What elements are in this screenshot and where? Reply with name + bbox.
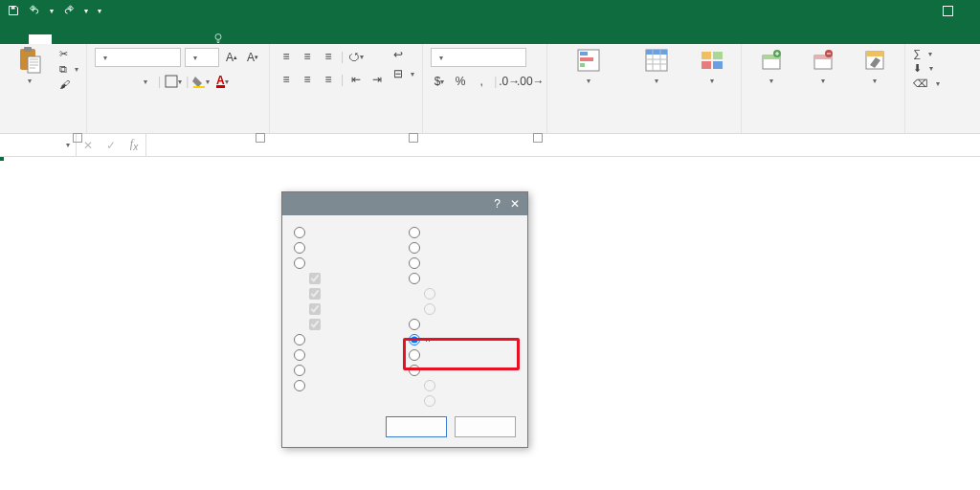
cell-styles-icon bbox=[700, 48, 724, 73]
autosum-button[interactable]: ∑▾ bbox=[913, 48, 932, 59]
borders-button[interactable]: ▾ bbox=[165, 73, 182, 90]
increase-decimal-button[interactable]: .0→ bbox=[501, 73, 518, 90]
fill-button[interactable]: ⬇▾ bbox=[913, 62, 933, 75]
redo-icon[interactable] bbox=[63, 5, 75, 16]
opt-dv-same bbox=[424, 395, 516, 407]
fill-down-icon: ⬇ bbox=[913, 62, 922, 75]
opt-all-levels bbox=[424, 303, 516, 315]
font-dialog-launcher[interactable] bbox=[256, 133, 265, 143]
align-middle-icon[interactable]: ≡ bbox=[299, 48, 316, 65]
tab-home[interactable] bbox=[29, 34, 52, 44]
delete-cells-button[interactable]: ▾ bbox=[801, 48, 845, 85]
font-color-button[interactable]: A▾ bbox=[213, 73, 231, 90]
svg-rect-10 bbox=[580, 63, 585, 67]
opt-objects[interactable] bbox=[294, 380, 401, 391]
underline-button[interactable]: ▾ bbox=[137, 73, 154, 90]
tell-me[interactable] bbox=[203, 33, 230, 44]
name-box[interactable]: ▾ bbox=[0, 134, 77, 156]
save-icon[interactable] bbox=[8, 5, 19, 16]
qat-customize-icon[interactable]: ▾ bbox=[98, 7, 101, 15]
increase-font-icon[interactable]: A▴ bbox=[223, 49, 240, 66]
number-dialog-launcher[interactable] bbox=[533, 133, 543, 143]
formula-input[interactable] bbox=[146, 134, 980, 156]
accounting-format-button[interactable]: $▾ bbox=[431, 73, 448, 90]
clipboard-dialog-launcher[interactable] bbox=[73, 133, 82, 143]
opt-visible-cells-only[interactable] bbox=[409, 334, 516, 345]
title-bar: ▾ ▾ ▾ bbox=[0, 0, 980, 21]
opt-blanks[interactable] bbox=[294, 334, 401, 345]
tab-formulas[interactable] bbox=[103, 34, 126, 44]
font-name-combo[interactable]: ▾ bbox=[95, 48, 181, 67]
tab-page-layout[interactable] bbox=[78, 34, 101, 44]
ribbon-display-options-icon[interactable] bbox=[943, 6, 953, 16]
svg-rect-8 bbox=[580, 52, 588, 56]
opt-constants[interactable] bbox=[294, 242, 401, 254]
enter-formula-icon[interactable]: ✓ bbox=[100, 139, 122, 152]
insert-cells-button[interactable]: ▾ bbox=[749, 48, 793, 85]
paste-icon bbox=[17, 48, 42, 73]
opt-dependents[interactable] bbox=[409, 273, 516, 284]
svg-rect-16 bbox=[713, 61, 723, 69]
close-icon[interactable]: ✕ bbox=[510, 197, 520, 211]
fill-color-button[interactable]: ▾ bbox=[192, 73, 210, 90]
paste-button[interactable]: ▾ bbox=[8, 48, 52, 85]
ok-button[interactable] bbox=[386, 416, 447, 437]
format-cells-button[interactable]: ▾ bbox=[853, 48, 897, 85]
tab-insert[interactable] bbox=[54, 34, 77, 44]
font-size-combo[interactable]: ▾ bbox=[185, 48, 219, 67]
format-painter-button[interactable]: 🖌 bbox=[59, 78, 78, 90]
copy-button[interactable]: ⧉▾ bbox=[59, 63, 78, 76]
svg-rect-6 bbox=[193, 86, 205, 88]
opt-data-validation[interactable] bbox=[409, 365, 516, 376]
tab-file[interactable] bbox=[4, 34, 27, 44]
format-as-table-button[interactable]: ▾ bbox=[630, 48, 683, 85]
decrease-indent-icon[interactable]: ⇤ bbox=[347, 71, 365, 88]
help-icon[interactable]: ? bbox=[494, 197, 501, 211]
align-center-icon[interactable]: ≡ bbox=[299, 71, 316, 88]
opt-formulas[interactable] bbox=[294, 257, 401, 269]
brush-icon: 🖌 bbox=[59, 78, 70, 90]
align-bottom-icon[interactable]: ≡ bbox=[320, 48, 337, 65]
clear-button[interactable]: ⌫▾ bbox=[913, 78, 940, 90]
opt-last-cell[interactable] bbox=[409, 319, 516, 330]
tab-data[interactable] bbox=[128, 34, 151, 44]
italic-button[interactable] bbox=[116, 73, 133, 90]
orientation-icon[interactable]: ⭯▾ bbox=[347, 48, 365, 65]
bold-button[interactable] bbox=[95, 73, 112, 90]
wrap-text-button[interactable]: ↩ bbox=[393, 48, 414, 61]
dialog-titlebar[interactable]: ? ✕ bbox=[282, 192, 527, 215]
opt-precedents[interactable] bbox=[409, 257, 516, 269]
align-left-icon[interactable]: ≡ bbox=[278, 71, 295, 88]
decrease-decimal-button[interactable]: .00→ bbox=[522, 73, 539, 90]
align-top-icon[interactable]: ≡ bbox=[278, 48, 295, 65]
tab-view[interactable] bbox=[178, 34, 201, 44]
ribbon: ▾ ✂ ⧉▾ 🖌 ▾ ▾ A▴ A▾ ▾ | ▾ | bbox=[0, 44, 980, 134]
cell-styles-button[interactable]: ▾ bbox=[691, 48, 733, 85]
merge-center-button[interactable]: ⊟▾ bbox=[393, 67, 414, 80]
percent-format-button[interactable]: % bbox=[452, 73, 469, 90]
cancel-button[interactable] bbox=[455, 416, 516, 437]
opt-current-region[interactable] bbox=[294, 349, 401, 361]
opt-row-differences[interactable] bbox=[409, 227, 516, 238]
comma-format-button[interactable]: , bbox=[473, 73, 490, 90]
svg-point-1 bbox=[215, 34, 221, 40]
align-right-icon[interactable]: ≡ bbox=[320, 71, 337, 88]
svg-rect-13 bbox=[702, 52, 711, 59]
opt-comments[interactable] bbox=[294, 227, 401, 238]
group-font: ▾ ▾ A▴ A▾ ▾ | ▾ | ▾ A▾ bbox=[87, 44, 270, 133]
decrease-font-icon[interactable]: A▾ bbox=[244, 49, 261, 66]
undo-icon[interactable] bbox=[29, 5, 40, 16]
conditional-formatting-button[interactable]: ▾ bbox=[555, 48, 622, 85]
group-alignment: ≡ ≡ ≡ | ⭯▾ ≡ ≡ ≡ | ⇤ ⇥ ↩ ⊟▾ bbox=[270, 44, 423, 133]
tab-review[interactable] bbox=[153, 34, 176, 44]
cut-button[interactable]: ✂ bbox=[59, 48, 78, 60]
opt-conditional-formats[interactable] bbox=[409, 349, 516, 361]
insert-function-icon[interactable]: fx bbox=[122, 137, 145, 152]
alignment-dialog-launcher[interactable] bbox=[409, 133, 418, 143]
opt-column-differences[interactable] bbox=[409, 242, 516, 254]
opt-current-array[interactable] bbox=[294, 365, 401, 376]
group-cells: ▾ ▾ ▾ bbox=[742, 44, 905, 133]
formula-bar: ▾ ✕ ✓ fx bbox=[0, 134, 980, 157]
number-format-combo[interactable]: ▾ bbox=[431, 48, 526, 67]
increase-indent-icon[interactable]: ⇥ bbox=[368, 71, 386, 88]
